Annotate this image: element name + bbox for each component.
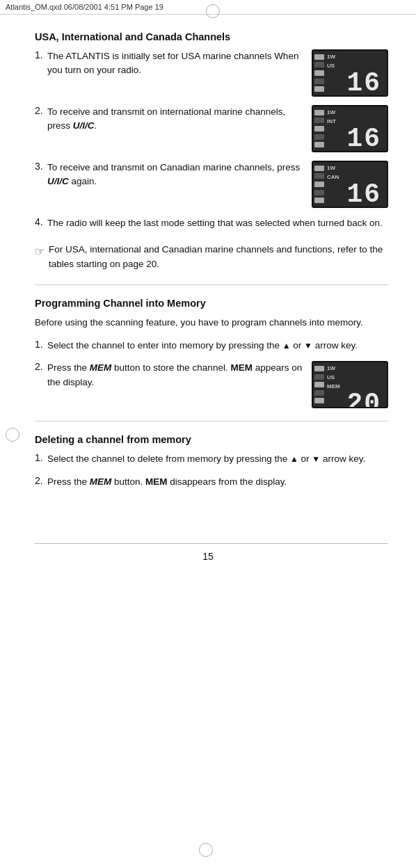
lcd-bar <box>314 166 324 171</box>
divider1 <box>35 284 388 285</box>
item2-text-end: . <box>95 120 97 131</box>
item2-with-display: To receive and transmit on international… <box>47 105 388 152</box>
s2-item2-bold2: MEM <box>230 362 253 373</box>
lcd-display-mem: 1W US MEM 20 <box>312 361 388 408</box>
lcd-display-1: 1W US 16 <box>312 49 388 97</box>
section1-item2: 2. To receive and transmit on internatio… <box>35 105 388 152</box>
lcd-bar <box>314 118 324 123</box>
section2-intro: Before using the scanning feature, you h… <box>35 316 388 330</box>
s2-item1-arrow-up: ▲ <box>282 341 291 351</box>
lcd-bar <box>314 134 324 140</box>
section1-item1: 1. The ATLANTIS is initially set for USA… <box>35 49 388 97</box>
lcd-bar <box>314 79 324 84</box>
s3-item2-number: 2. <box>35 475 47 486</box>
lcd-bar <box>314 398 324 403</box>
s3-item2-text-end: disappears from the display. <box>168 476 287 487</box>
lcd-bar <box>314 374 324 380</box>
lcd-bar <box>314 54 324 60</box>
lcd-bars-2 <box>313 106 326 151</box>
lcd-bar <box>314 142 324 147</box>
item2-text: To receive and transmit on international… <box>47 105 312 134</box>
s3-item2-text-mid: button. <box>111 476 145 487</box>
section2: Programming Channel into Memory Before u… <box>35 298 388 408</box>
lcd2-int: INT <box>327 118 336 126</box>
s2-item2-text-mid: button to store the channel. <box>111 362 230 373</box>
lcd1-us: US <box>327 62 335 70</box>
s3-item1-arrow-up: ▲ <box>290 454 298 464</box>
s2-item1-number: 1. <box>35 339 47 350</box>
s3-item1-number: 1. <box>35 452 47 463</box>
s2-item2-text: Press the MEM button to store the channe… <box>47 361 312 389</box>
lcd-bars-mem <box>313 362 326 407</box>
item4-text-plain: The radio will keep the last mode settin… <box>47 218 383 228</box>
s3-item1-text-mid: or <box>298 453 312 464</box>
section3: Deleting a channel from memory 1. Select… <box>35 434 388 489</box>
section3-item2: 2. Press the MEM button. MEM disappears … <box>35 475 388 489</box>
item1-text: The ATLANTIS is initially set for USA ma… <box>47 49 312 78</box>
item3-bold: U/I/C <box>47 176 69 186</box>
section1-item4: 4. The radio will keep the last mode set… <box>35 216 388 230</box>
lcd-bar <box>314 390 324 396</box>
lcd-bars-3 <box>313 162 326 207</box>
lcd-bar <box>314 126 324 131</box>
s3-item1-content: Select the channel to delete from memory… <box>47 452 388 466</box>
lcd-bar <box>314 62 324 67</box>
lcd-mem-number: 20 <box>346 391 381 408</box>
s2-item2-content: Press the MEM button to store the channe… <box>47 361 388 408</box>
item4-number: 4. <box>35 216 47 227</box>
note-text: For USA, international and Canadian mari… <box>49 243 388 272</box>
note-section: ☞ For USA, international and Canadian ma… <box>35 243 388 272</box>
lcd-bar <box>314 198 324 203</box>
s2-item1-text-end: arrow key. <box>312 340 358 351</box>
page-footer-divider <box>35 543 388 544</box>
item3-content: To receive and transmit on Canadian mari… <box>47 161 388 208</box>
section1-item3: 3. To receive and transmit on Canadian m… <box>35 161 388 208</box>
section2-item2: 2. Press the MEM button to store the cha… <box>35 361 388 408</box>
item1-with-display: The ATLANTIS is initially set for USA ma… <box>47 49 388 97</box>
section1-title: USA, International and Canada Channels <box>35 31 388 42</box>
s3-item1-text-end: arrow key. <box>320 453 365 464</box>
lcd-display-3: 1W CAN 16 <box>312 161 388 208</box>
lcd-display-2: 1W INT 16 <box>312 105 388 152</box>
item3-text-start: To receive and transmit on Canadian mari… <box>47 162 300 172</box>
item1-number: 1. <box>35 49 47 61</box>
section2-item1: 1. Select the channel to enter into memo… <box>35 339 388 353</box>
item2-content: To receive and transmit on international… <box>47 105 388 152</box>
s3-item1-text-start: Select the channel to delete from memory… <box>47 453 290 464</box>
circle-middle-left <box>6 428 19 442</box>
lcd2-1w: 1W <box>327 108 335 117</box>
item3-text: To receive and transmit on Canadian mari… <box>47 161 312 189</box>
s2-item2-bold: MEM <box>90 362 112 373</box>
lcd2-number: 16 <box>346 126 381 152</box>
s3-item2-text-start: Press the <box>47 476 90 487</box>
circle-bottom <box>199 843 213 857</box>
item3-with-display: To receive and transmit on Canadian mari… <box>47 161 388 208</box>
lcd1-number: 16 <box>346 70 381 97</box>
s3-item1-arrow-down: ▼ <box>312 454 320 464</box>
s2-item2-number: 2. <box>35 361 47 372</box>
section1: USA, International and Canada Channels 1… <box>35 31 388 230</box>
lcd3-1w: 1W <box>327 164 335 172</box>
divider2 <box>35 421 388 421</box>
lcd-bar <box>314 70 324 76</box>
s3-item2-bold: MEM <box>90 476 112 487</box>
s2-item2-with-display: Press the MEM button to store the channe… <box>47 361 388 408</box>
lcd-bar <box>314 86 324 92</box>
note-icon: ☞ <box>35 243 45 261</box>
lcd3-can: CAN <box>327 173 339 182</box>
lcd-bars-1 <box>313 51 326 95</box>
s2-item1-text-mid: or <box>291 340 305 351</box>
item1-content: The ATLANTIS is initially set for USA ma… <box>47 49 388 97</box>
main-content: USA, International and Canada Channels 1… <box>0 15 416 529</box>
section3-item1: 1. Select the channel to delete from mem… <box>35 452 388 466</box>
page-number: 15 <box>0 551 416 576</box>
s2-item1-content: Select the channel to enter into memory … <box>47 339 388 353</box>
lcd-mem-1w: 1W <box>327 364 335 373</box>
s3-item2-content: Press the MEM button. MEM disappears fro… <box>47 475 388 489</box>
item2-number: 2. <box>35 105 47 116</box>
item3-number: 3. <box>35 161 47 172</box>
s2-item1-text-start: Select the channel to enter into memory … <box>47 340 282 351</box>
section3-title: Deleting a channel from memory <box>35 434 388 445</box>
s2-item1-arrow-down: ▼ <box>304 341 312 351</box>
lcd-bar <box>314 190 324 195</box>
